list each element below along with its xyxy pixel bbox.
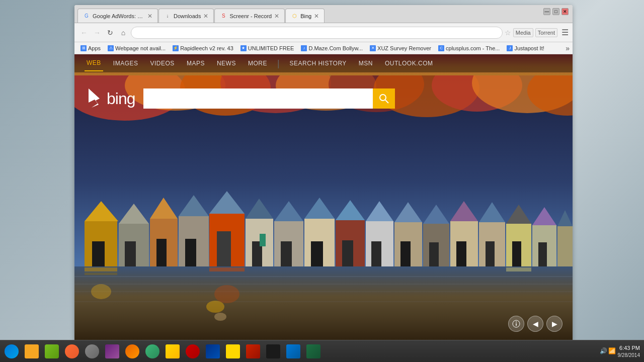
taskbar-icon-terminal[interactable] bbox=[264, 342, 283, 361]
bookmark-icon: C bbox=[438, 45, 444, 51]
svg-rect-59 bbox=[538, 242, 547, 266]
nav-separator: | bbox=[277, 58, 280, 69]
close-button[interactable]: ✕ bbox=[561, 8, 569, 15]
svg-point-74 bbox=[214, 313, 226, 321]
bookmark-label: Apps bbox=[88, 45, 101, 51]
tab-close-button[interactable]: ✕ bbox=[203, 13, 208, 20]
taskbar-icon-gray-sphere[interactable] bbox=[83, 342, 102, 361]
tab-favicon: ↓ bbox=[164, 13, 171, 20]
taskbar-icon-red-circle-app[interactable] bbox=[183, 342, 202, 361]
utorrent-icon bbox=[45, 344, 59, 358]
taskbar-icon-red-app[interactable] bbox=[244, 342, 263, 361]
bookmark-item[interactable]: ⚡Rapidleech v2 rev. 43 bbox=[170, 44, 236, 52]
tab-favicon: G bbox=[83, 13, 90, 20]
reload-button[interactable]: ↻ bbox=[105, 27, 116, 38]
forward-button[interactable]: → bbox=[92, 27, 103, 38]
home-button[interactable]: ⌂ bbox=[118, 27, 129, 38]
bookmark-item[interactable]: ⚠Webpage not avail... bbox=[105, 44, 169, 52]
browser-menu-icon[interactable]: ☰ bbox=[561, 28, 569, 37]
volume-icon[interactable]: 🔊 bbox=[600, 347, 607, 354]
taskbar-icon-firefox[interactable] bbox=[123, 342, 142, 361]
bing-page: WEBIMAGESVIDEOSMAPSNEWSMORE|SEARCH HISTO… bbox=[74, 54, 573, 342]
taskbar-icon-green-app[interactable] bbox=[143, 342, 162, 361]
bing-nav: WEBIMAGESVIDEOSMAPSNEWSMORE|SEARCH HISTO… bbox=[74, 54, 573, 72]
svg-rect-66 bbox=[506, 267, 531, 272]
network-icon[interactable]: 📶 bbox=[608, 347, 616, 354]
svg-point-72 bbox=[214, 285, 239, 303]
taskbar-icon-file-explorer[interactable] bbox=[22, 342, 41, 361]
browser-tab-tab3[interactable]: SScreenr - Record✕ bbox=[214, 9, 285, 23]
tab-favicon: ⬡ bbox=[291, 13, 298, 20]
svg-rect-50 bbox=[456, 241, 466, 266]
bookmark-star-icon[interactable]: ☆ bbox=[505, 29, 511, 37]
svg-rect-22 bbox=[185, 239, 196, 266]
taskbar-icon-blue-app[interactable] bbox=[284, 342, 303, 361]
svg-rect-64 bbox=[85, 273, 117, 275]
system-tray: 🔊 📶 bbox=[600, 347, 616, 354]
taskbar-date: 9/28/2014 bbox=[618, 352, 640, 358]
tab-favicon: S bbox=[220, 13, 227, 20]
excel-icon bbox=[306, 344, 320, 358]
bookmark-item[interactable]: Ccplusplus.com - The... bbox=[435, 44, 503, 52]
yellow-app-icon bbox=[166, 344, 180, 358]
bing-nav-search-history[interactable]: SEARCH HISTORY bbox=[288, 56, 349, 71]
bing-next-button[interactable]: ▶ bbox=[546, 316, 562, 332]
file-explorer-icon bbox=[25, 344, 39, 358]
bookmark-item[interactable]: ★UNLIMITED FREE bbox=[237, 44, 297, 52]
bookmarks-more-icon[interactable]: » bbox=[566, 44, 570, 52]
bing-nav-videos[interactable]: VIDEOS bbox=[148, 56, 177, 71]
desktop: GGoogle AdWords: Keywo...✕↓Downloads✕SSc… bbox=[0, 0, 644, 362]
green-app-icon bbox=[145, 344, 159, 358]
bing-search-button[interactable] bbox=[373, 88, 395, 109]
taskbar-icon-orange-circle[interactable] bbox=[62, 342, 82, 361]
url-input[interactable]: www.bing.com bbox=[131, 27, 503, 39]
bing-nav-more[interactable]: MORE bbox=[246, 56, 269, 71]
bing-nav-msn[interactable]: MSN bbox=[357, 56, 375, 71]
bookmark-label: Rapidleech v2 rev. 43 bbox=[180, 45, 233, 51]
svg-rect-41 bbox=[371, 241, 381, 266]
search-icon bbox=[379, 94, 389, 104]
bookmark-item[interactable]: JJustapost It! bbox=[504, 44, 547, 52]
window-controls: — □ ✕ bbox=[543, 8, 569, 15]
tab-close-button[interactable]: ✕ bbox=[314, 13, 319, 20]
taskbar-icon-internet-explorer[interactable] bbox=[2, 342, 21, 361]
taskbar-icon-utorrent[interactable] bbox=[42, 342, 61, 361]
bing-nav-outlook.com[interactable]: OUTLOOK.COM bbox=[383, 56, 435, 71]
browser-tab-tab4[interactable]: ⬡Bing✕ bbox=[285, 9, 325, 23]
tab-label: Bing bbox=[300, 13, 311, 19]
minimize-button[interactable]: — bbox=[543, 8, 550, 15]
bing-prev-button[interactable]: ◀ bbox=[527, 316, 543, 332]
taskbar-icon-gx-app[interactable] bbox=[203, 342, 222, 361]
taskbar-icon-visual-studio[interactable] bbox=[103, 342, 122, 361]
svg-rect-65 bbox=[209, 267, 245, 272]
bing-nav-images[interactable]: IMAGES bbox=[111, 56, 140, 71]
bookmark-item[interactable]: ⊞Apps bbox=[77, 44, 104, 52]
taskbar-icon-excel[interactable] bbox=[304, 342, 323, 361]
back-button[interactable]: ← bbox=[78, 27, 90, 38]
red-app-icon bbox=[246, 344, 260, 358]
tab-close-button[interactable]: ✕ bbox=[274, 13, 279, 20]
bookmark-icon: ★ bbox=[240, 45, 247, 51]
taskbar-icon-yellow-app[interactable] bbox=[163, 342, 182, 361]
bookmark-item[interactable]: ✕XUZ Survey Remover bbox=[367, 44, 434, 52]
bing-logo-icon bbox=[85, 87, 103, 110]
browser-tab-tab1[interactable]: GGoogle AdWords: Keywo...✕ bbox=[77, 9, 158, 23]
browser-tab-tab2[interactable]: ↓Downloads✕ bbox=[158, 9, 214, 23]
internet-explorer-icon bbox=[5, 344, 19, 358]
bing-search-input[interactable] bbox=[143, 88, 373, 109]
svg-rect-62 bbox=[74, 266, 573, 342]
tab-bar: GGoogle AdWords: Keywo...✕↓Downloads✕SSc… bbox=[74, 5, 573, 23]
bing-nav-maps[interactable]: MAPS bbox=[185, 56, 207, 71]
svg-line-76 bbox=[385, 100, 388, 103]
bookmark-label: Justapost It! bbox=[514, 45, 544, 51]
bookmark-item[interactable]: ♪D.Maze.Com Bollyw... bbox=[298, 44, 366, 52]
maximize-button[interactable]: □ bbox=[552, 8, 559, 15]
bing-nav-news[interactable]: NEWS bbox=[215, 56, 238, 71]
svg-rect-47 bbox=[429, 242, 439, 266]
bing-info-button[interactable] bbox=[508, 316, 524, 332]
taskbar-icon-yellow-app2[interactable] bbox=[223, 342, 243, 361]
bing-nav-web[interactable]: WEB bbox=[85, 55, 103, 71]
tab-close-button[interactable]: ✕ bbox=[147, 13, 152, 20]
torrent-button[interactable]: Torrent bbox=[535, 28, 557, 37]
media-button[interactable]: Media bbox=[513, 28, 533, 37]
